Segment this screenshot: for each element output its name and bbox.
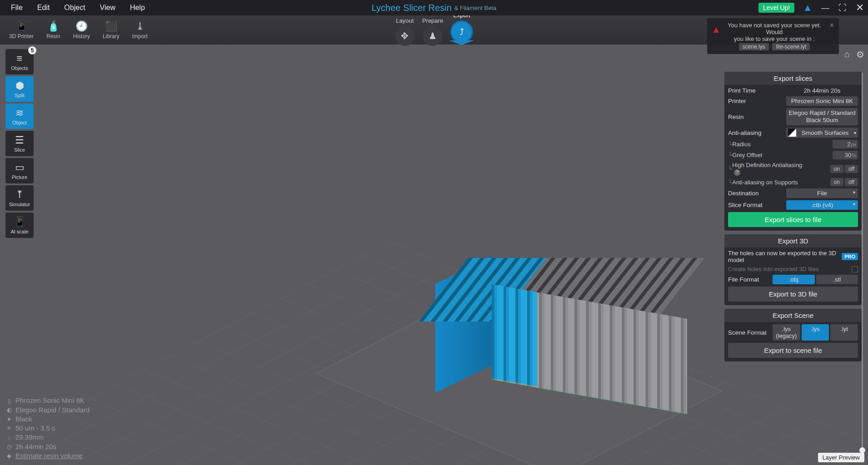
simulator-icon: ⤒ (15, 189, 24, 201)
aa-swatch-icon (788, 129, 796, 137)
hdaa-toggle[interactable]: onoff (830, 165, 858, 173)
menu-edit[interactable]: Edit (30, 4, 57, 12)
printer-sm-icon: ▯ (5, 397, 13, 405)
height-icon: ↕ (5, 434, 13, 442)
tb-3dprinter[interactable]: 📱3D Printer (4, 19, 39, 41)
estimate-volume-link[interactable]: Estimate resin volume (15, 451, 83, 460)
aas-toggle[interactable]: onoff (830, 178, 858, 186)
opt-obj[interactable]: .obj (773, 275, 815, 284)
stage-layout[interactable]: Layout✥ (395, 17, 415, 46)
library-icon: ⬛ (105, 20, 117, 32)
color-icon: ● (5, 415, 13, 423)
atscale-icon: 📱 (14, 216, 26, 228)
tb-import[interactable]: ⤓Import (127, 19, 153, 41)
close-notif-icon[interactable]: ✕ (829, 22, 834, 29)
history-icon: 🕘 (75, 20, 88, 32)
export-3d-card: Export 3D The holes can now be exported … (724, 234, 862, 305)
opt-lyt[interactable]: .lyt (830, 324, 858, 341)
objects-badge: 5 (28, 46, 36, 54)
destination-dropdown[interactable]: File (786, 188, 858, 198)
opt-lys[interactable]: .lys (802, 324, 829, 341)
layer-preview-tooltip: Layer Preview (818, 453, 864, 462)
resin-icon: 🧴 (47, 20, 60, 32)
home-icon[interactable]: ⌂ (844, 49, 850, 60)
tb-history[interactable]: 🕘History (68, 19, 95, 41)
bottom-info: ▯Phrozen Sonic Mini 8K ◐Elegoo Rapid / S… (5, 396, 90, 460)
menu-view[interactable]: View (93, 4, 123, 12)
export-icon: ⤴ (450, 20, 473, 43)
antialiasing-dropdown[interactable]: Smooth Surfaces▾ (786, 128, 858, 138)
sb-objects[interactable]: 5≡Objects (5, 49, 34, 74)
print-time-value: 2h 44min 20s (786, 87, 858, 94)
layer-icon: ≡ (5, 424, 13, 432)
radius-input[interactable]: 2px (833, 140, 858, 148)
volume-icon: ◆ (5, 452, 13, 460)
menu-file[interactable]: File (4, 4, 30, 12)
sidebar: 5≡Objects ⬢Split ≋Object ☰Slice ▭Picture… (5, 49, 34, 238)
slice-icon: ☰ (15, 134, 24, 146)
opt-lys-legacy[interactable]: .lys (legacy) (773, 324, 800, 341)
cube-icon: ⬢ (15, 80, 24, 92)
layout-icon: ✥ (395, 26, 415, 46)
greyoffset-input[interactable]: 30% (833, 151, 858, 159)
import-icon: ⤓ (136, 20, 144, 32)
printer-dropdown[interactable]: Phrozen Sonic Mini 8K (786, 96, 858, 106)
sb-slice[interactable]: ☰Slice (5, 131, 34, 156)
opt-stl[interactable]: .stl (816, 275, 858, 284)
chip-lite-scene-lyt[interactable]: lite-scene.lyt (772, 43, 810, 50)
levelup-button[interactable]: Level Up! (758, 3, 794, 13)
drop-icon: ◐ (5, 406, 13, 414)
stage-prepare[interactable]: Prepare♟ (422, 17, 443, 46)
resin-dropdown[interactable]: Elegoo Rapid / Standard Black 50um (786, 108, 858, 125)
tb-library[interactable]: ⬛Library (97, 19, 125, 41)
menu-object[interactable]: Object (57, 4, 92, 12)
sb-picture[interactable]: ▭Picture (5, 158, 34, 183)
pro-badge: PRO (842, 253, 858, 260)
export-slices-button[interactable]: Export slices to file (728, 212, 858, 227)
app-title: Lychee Slicer Resin& Filament Beta (372, 3, 497, 13)
list-icon: ≡ (17, 53, 23, 64)
export-slices-card: Export slices Print Time2h 44min 20s Pri… (724, 72, 862, 231)
sb-atscale[interactable]: 📱At scale (5, 213, 34, 238)
create-holes-checkbox[interactable] (852, 266, 858, 272)
save-notification: ▲ ✕ You have not saved your scene yet. W… (707, 18, 839, 54)
export-slices-title: Export slices (724, 72, 862, 85)
help-icon[interactable]: ? (734, 169, 740, 176)
export-scene-button[interactable]: Export to scene file (728, 343, 858, 358)
minimize-icon[interactable]: — (821, 3, 830, 13)
3d-model[interactable] (436, 258, 691, 412)
printer-icon: 📱 (15, 20, 28, 32)
chip-scene-lys[interactable]: scene.lys (739, 43, 769, 50)
prepare-icon: ♟ (423, 26, 443, 46)
sb-simulator[interactable]: ⤒Simulator (5, 185, 34, 211)
stage-export[interactable]: Export⤴ (450, 14, 473, 43)
alert-icon: ▲ (712, 25, 721, 35)
export-scene-title: Export Scene (724, 309, 862, 322)
maximize-icon[interactable]: ⛶ (838, 3, 847, 13)
export-scene-card: Export Scene Scene Format .lys (legacy) … (724, 309, 862, 361)
layers-icon: ≋ (15, 107, 24, 119)
warning-icon[interactable]: ▲ (803, 2, 813, 14)
export-3d-title: Export 3D (724, 234, 862, 247)
clock-icon: ◷ (5, 443, 13, 451)
sb-split[interactable]: ⬢Split (5, 76, 34, 102)
menu-help[interactable]: Help (123, 4, 152, 12)
menu-bar: File Edit Object View Help Lychee Slicer… (0, 0, 868, 15)
gear-icon[interactable]: ⚙ (856, 49, 864, 60)
close-icon[interactable]: ✕ (855, 2, 864, 14)
tb-resin[interactable]: 🧴Resin (41, 19, 66, 41)
slice-format-dropdown[interactable]: .ctb (v4) (786, 200, 858, 210)
export-3d-button[interactable]: Export to 3D file (728, 287, 858, 302)
sb-object[interactable]: ≋Object (5, 104, 34, 129)
picture-icon: ▭ (15, 162, 25, 173)
